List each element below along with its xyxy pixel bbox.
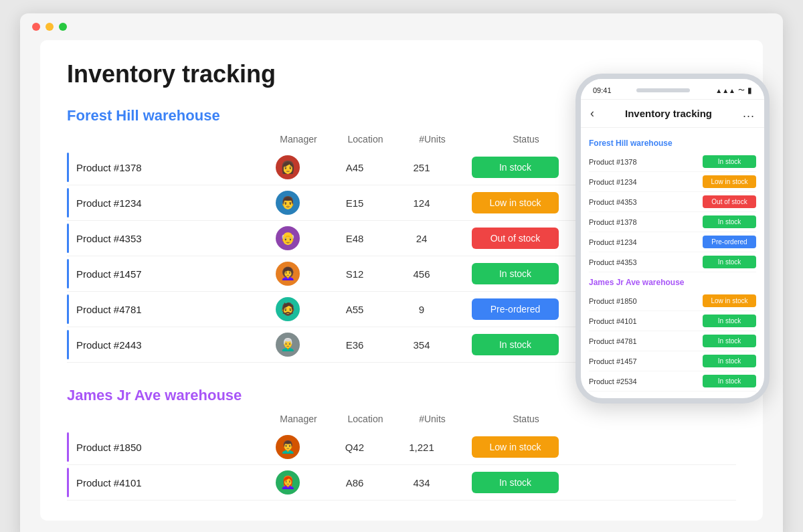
- col-units2: #Units: [399, 414, 466, 424]
- phone-row: Product #4781 In stock: [589, 331, 756, 351]
- status-badge: In stock: [472, 472, 559, 493]
- wifi-icon: 〜: [738, 86, 745, 95]
- location-cell: A86: [321, 477, 388, 489]
- phone-header: ‹ Inventory tracking ...: [581, 100, 764, 128]
- signal-icon: ▲▲▲: [715, 87, 735, 94]
- location-cell: Q42: [321, 442, 388, 453]
- phone-product: Product #1850: [589, 297, 637, 305]
- avatar: 👴: [276, 226, 300, 250]
- table-row: Product #1850 👨‍🦱 Q42 1,221 Low in stock: [67, 430, 736, 465]
- phone-mockup: 09:41 ▲▲▲ 〜 ▮ ‹ Inventory tracking ... F…: [575, 74, 770, 404]
- status-badge: In stock: [472, 157, 559, 178]
- phone-row: Product #4353 In stock: [589, 252, 756, 272]
- status-cell: Out of stock: [455, 228, 575, 249]
- col-status2: Status: [466, 414, 586, 424]
- phone-row: Product #1234 Low in stock: [589, 172, 756, 192]
- phone-status-badge: In stock: [703, 315, 756, 327]
- col-manager: Manager: [265, 134, 332, 145]
- product-name: Product #1234: [67, 197, 254, 209]
- status-cell: In stock: [455, 334, 575, 355]
- phone-product: Product #4353: [589, 198, 637, 206]
- avatar: 👩‍🦱: [276, 262, 300, 286]
- avatar: 👨: [276, 191, 300, 215]
- minimize-dot[interactable]: [46, 23, 54, 31]
- product-name: Product #4781: [67, 304, 254, 315]
- phone-warehouse2-title: James Jr Ave warehouse: [589, 278, 756, 287]
- phone-row: Product #1378 In stock: [589, 212, 756, 232]
- phone-frame: 09:41 ▲▲▲ 〜 ▮ ‹ Inventory tracking ... F…: [575, 74, 770, 404]
- col-location: Location: [332, 134, 399, 145]
- back-button[interactable]: ‹: [590, 106, 594, 120]
- status-badge: Pre-ordered: [472, 298, 559, 320]
- phone-notch: [636, 88, 690, 92]
- status-badge: In stock: [472, 334, 559, 355]
- status-cell: In stock: [455, 157, 575, 178]
- product-name: Product #1378: [67, 162, 254, 173]
- units-cell: 124: [388, 197, 455, 209]
- phone-status-badge: In stock: [703, 155, 756, 168]
- location-cell: E15: [321, 197, 388, 209]
- phone-row: Product #1378 In stock: [589, 152, 756, 172]
- phone-status-badge: In stock: [703, 355, 756, 367]
- units-cell: 251: [388, 162, 455, 173]
- product-name: Product #4353: [67, 233, 254, 244]
- location-cell: E36: [321, 339, 388, 351]
- phone-status-badge: In stock: [703, 375, 756, 387]
- product-name: Product #2443: [67, 339, 254, 351]
- avatar: 👩: [276, 155, 300, 179]
- units-cell: 434: [388, 477, 455, 489]
- status-badge: Low in stock: [472, 192, 559, 213]
- phone-product: Product #4101: [589, 317, 637, 325]
- phone-title: Inventory tracking: [625, 108, 712, 119]
- units-cell: 9: [388, 304, 455, 315]
- phone-product: Product #1234: [589, 178, 637, 186]
- phone-status-badge: In stock: [703, 256, 756, 268]
- product-name: Product #4101: [67, 477, 254, 489]
- status-cell: Pre-ordered: [455, 298, 575, 320]
- avatar: 🧔: [276, 297, 300, 321]
- app-window: Inventory tracking Forest Hill warehouse…: [20, 13, 783, 532]
- location-cell: A55: [321, 304, 388, 315]
- phone-product: Product #1378: [589, 218, 637, 226]
- phone-time: 09:41: [593, 86, 612, 94]
- status-badge: Low in stock: [472, 436, 559, 458]
- status-cell: Low in stock: [455, 192, 575, 213]
- phone-row: Product #2534 In stock: [589, 371, 756, 391]
- phone-row: Product #4353 Out of stock: [589, 192, 756, 212]
- maximize-dot[interactable]: [59, 23, 67, 31]
- more-button[interactable]: ...: [743, 106, 755, 120]
- units-cell: 1,221: [388, 442, 455, 453]
- phone-product: Product #2534: [589, 377, 637, 385]
- phone-status-icons: ▲▲▲ 〜 ▮: [715, 86, 752, 95]
- phone-status-badge: In stock: [703, 335, 756, 347]
- phone-product: Product #4781: [589, 337, 637, 345]
- units-cell: 24: [388, 233, 455, 244]
- phone-row: Product #1850 Low in stock: [589, 291, 756, 311]
- phone-status-badge: In stock: [703, 215, 756, 228]
- close-dot[interactable]: [32, 23, 40, 31]
- phone-status-badge: Out of stock: [703, 195, 756, 208]
- status-cell: Low in stock: [455, 436, 575, 458]
- col-units: #Units: [399, 134, 466, 145]
- product-name: Product #1457: [67, 268, 254, 280]
- phone-status-badge: Pre-ordered: [703, 236, 756, 248]
- status-badge: In stock: [472, 263, 559, 284]
- avatar: 👨‍🦳: [276, 333, 300, 357]
- location-cell: E48: [321, 233, 388, 244]
- phone-row: Product #1234 Pre-ordered: [589, 232, 756, 252]
- desktop-panel: Inventory tracking Forest Hill warehouse…: [40, 40, 763, 521]
- phone-content: Forest Hill warehouse Product #1378 In s…: [581, 128, 764, 398]
- battery-icon: ▮: [747, 86, 752, 95]
- phone-product: Product #1234: [589, 238, 637, 246]
- phone-product: Product #4353: [589, 258, 637, 266]
- phone-status-bar: 09:41 ▲▲▲ 〜 ▮: [581, 79, 764, 100]
- col-status: Status: [466, 134, 586, 145]
- phone-row: Product #4101 In stock: [589, 311, 756, 331]
- col-manager2: Manager: [265, 414, 332, 424]
- table-row: Product #4101 👩‍🦰 A86 434 In stock: [67, 465, 736, 501]
- product-name: Product #1850: [67, 442, 254, 453]
- avatar: 👩‍🦰: [276, 470, 300, 495]
- phone-row: Product #1457 In stock: [589, 351, 756, 371]
- phone-status-badge: Low in stock: [703, 294, 756, 307]
- col-location2: Location: [332, 414, 399, 424]
